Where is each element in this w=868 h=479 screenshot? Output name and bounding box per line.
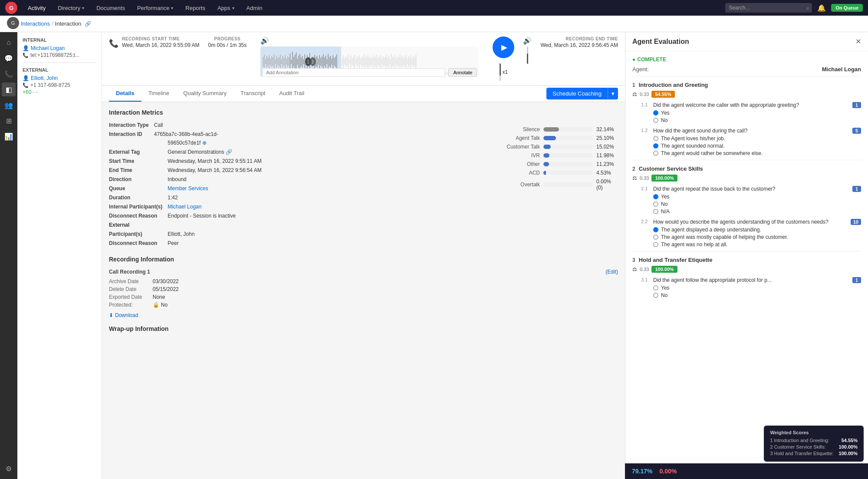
nav-item-directory[interactable]: Directory ▾ (53, 0, 89, 16)
sidebar-interaction-icon[interactable]: ◧ (2, 83, 16, 96)
sidebar-chat-icon[interactable]: 💬 (2, 51, 16, 65)
external-contact-name[interactable]: 👤 Elliott, John (23, 75, 96, 81)
archive-date-label: Archive Date (109, 278, 142, 284)
eval-question-2-2: 2.2 How would you describe the agents un… (641, 219, 861, 248)
eval-section-2: 2 Customer Service Skills ⚖ 0.33 100.00%… (632, 165, 861, 248)
volume-icon[interactable]: 🔊 (523, 36, 532, 45)
svg-rect-115 (404, 58, 404, 65)
play-button[interactable]: ▶ (493, 36, 514, 58)
waveform-area: 🔊 // Draw waveform bars inline (will ren… (260, 36, 479, 77)
eval-section-2-num: 2 (632, 166, 635, 172)
eval-q-score-3-1: 1 (852, 277, 861, 283)
tab-transcript[interactable]: Transcript (233, 86, 272, 102)
nav-item-performance[interactable]: Performance ▾ (132, 0, 178, 16)
svg-rect-75 (354, 55, 355, 69)
eval-section-3-title: Hold and Transfer Etiquette (639, 257, 713, 263)
contact-panel: INTERNAL 👤 Michael Logan 📞 tel:+13176988… (17, 32, 102, 479)
eval-q-text-2-2: How would you describe the agents unders… (653, 219, 851, 225)
breadcrumb-parent[interactable]: Interactions (21, 20, 50, 27)
sidebar-home-icon[interactable]: ⌂ (2, 36, 16, 50)
svg-text:2: 2 (312, 59, 314, 65)
eval-weight-1: 0.33 (640, 92, 649, 97)
schedule-coaching-dropdown[interactable]: ▾ (608, 88, 618, 99)
eval-option-c-1-2[interactable]: The agent would rather be somewhere else… (653, 150, 861, 156)
recording-progress-value: 0m 00s / 1m 35s (208, 42, 247, 48)
tab-details[interactable]: Details (109, 86, 141, 102)
play-icon: ▶ (501, 43, 507, 52)
internal-agent-name[interactable]: 👤 Michael Logan (23, 45, 96, 51)
breadcrumb-link-icon[interactable]: 🔗 (85, 21, 91, 27)
svg-rect-102 (388, 57, 388, 66)
eval-q-num-1-1: 1.1 (641, 102, 653, 107)
schedule-coaching-button[interactable]: Schedule Coaching (546, 88, 608, 99)
edit-link[interactable]: (Edit) (605, 269, 618, 275)
on-queue-badge[interactable]: On Queue (831, 4, 863, 12)
external-tag-label: External Tag (109, 148, 162, 156)
external-phone: 📞 +1 317-698-8725 (23, 82, 96, 88)
svg-rect-66 (343, 55, 344, 68)
eval-option-b-1-2[interactable]: The agent sounded normal. (653, 143, 861, 149)
eval-header: Agent Evaluation ✕ (625, 32, 868, 51)
nav-item-activity[interactable]: Activity (23, 0, 51, 16)
eval-option-no-2-1[interactable]: No (653, 201, 861, 207)
speed-slider[interactable] (500, 63, 501, 81)
eval-option-b-2-2[interactable]: The agent was mostly capable of helping … (653, 234, 861, 240)
eval-options-3-1: Yes No (653, 285, 861, 298)
nav-item-documents[interactable]: Documents (91, 0, 130, 16)
tab-quality-summary[interactable]: Quality Summary (176, 86, 233, 102)
app-logo[interactable]: G (5, 2, 17, 14)
radio-b-2-2 (653, 235, 658, 240)
download-link[interactable]: ⬇ Download (109, 312, 618, 318)
tab-audit-trail[interactable]: Audit Trail (272, 86, 311, 102)
sidebar-users-icon[interactable]: 👥 (2, 98, 16, 112)
sidebar-chart-icon[interactable]: 📊 (2, 129, 16, 143)
copy-icon[interactable]: ⊕ (202, 140, 207, 146)
wrap-up-title: Wrap-up Information (109, 325, 618, 332)
svg-rect-85 (367, 56, 367, 67)
volume-top-icon[interactable]: 🔊 (260, 36, 269, 45)
svg-rect-121 (411, 55, 411, 68)
radio-no-3-1 (653, 293, 658, 298)
notifications-bell-icon[interactable]: 🔔 (817, 4, 826, 12)
eval-option-na-2-1[interactable]: N/A (653, 208, 861, 215)
eval-option-yes-3-1[interactable]: Yes (653, 285, 861, 291)
eval-option-yes-1-1[interactable]: Yes (653, 110, 861, 116)
svg-rect-26 (295, 55, 295, 69)
svg-rect-53 (328, 54, 329, 69)
nav-item-reports[interactable]: Reports (180, 0, 210, 16)
external-tag-link-icon[interactable]: 🔗 (226, 149, 232, 155)
svg-rect-76 (355, 59, 356, 64)
annotate-button[interactable]: Annotate (448, 68, 477, 77)
internal-participants-value[interactable]: Michael Logan (168, 203, 486, 211)
eval-complete-status: ● COMPLETE (632, 56, 861, 63)
queue-value[interactable]: Member Services (168, 185, 486, 192)
radio-a-1-2 (653, 136, 658, 141)
eval-close-button[interactable]: ✕ (855, 37, 861, 46)
eval-option-a-1-2[interactable]: The Agent loves his/her job. (653, 135, 861, 142)
eval-option-c-2-2[interactable]: The agent was no help at all. (653, 241, 861, 248)
volume-slider[interactable] (527, 46, 528, 64)
overtalk-value: 0.00% (0) (596, 178, 618, 191)
search-input[interactable] (725, 3, 812, 13)
svg-rect-72 (351, 56, 351, 68)
breadcrumb-current: Interaction (55, 20, 82, 27)
nav-item-admin[interactable]: Admin (241, 0, 268, 16)
svg-rect-74 (353, 57, 354, 66)
archive-date-value: 03/30/2022 (153, 278, 283, 284)
svg-rect-106 (392, 57, 393, 66)
tab-timeline[interactable]: Timeline (141, 86, 177, 102)
eval-option-no-3-1[interactable]: No (653, 292, 861, 298)
nav-item-apps[interactable]: Apps ▾ (212, 0, 240, 16)
annotation-input[interactable] (262, 68, 445, 77)
eval-q-score-2-1: 1 (852, 186, 861, 192)
sidebar-settings-icon[interactable]: ⚙ (2, 462, 16, 476)
waveform[interactable]: // Draw waveform bars inline (will rende… (260, 46, 479, 77)
sidebar-grid-icon[interactable]: ⊞ (2, 114, 16, 128)
eval-option-no-1-1[interactable]: No (653, 117, 861, 123)
eval-option-yes-2-1[interactable]: Yes (653, 194, 861, 200)
eval-option-a-2-2[interactable]: The agent displayed a deep understanding… (653, 227, 861, 233)
recording-header: 📞 RECORDING START TIME Wed, March 16, 20… (102, 32, 625, 86)
lock-icon: 🔒 (153, 302, 159, 308)
sidebar-phone-icon[interactable]: 📞 (2, 67, 16, 81)
svg-rect-28 (297, 59, 298, 65)
